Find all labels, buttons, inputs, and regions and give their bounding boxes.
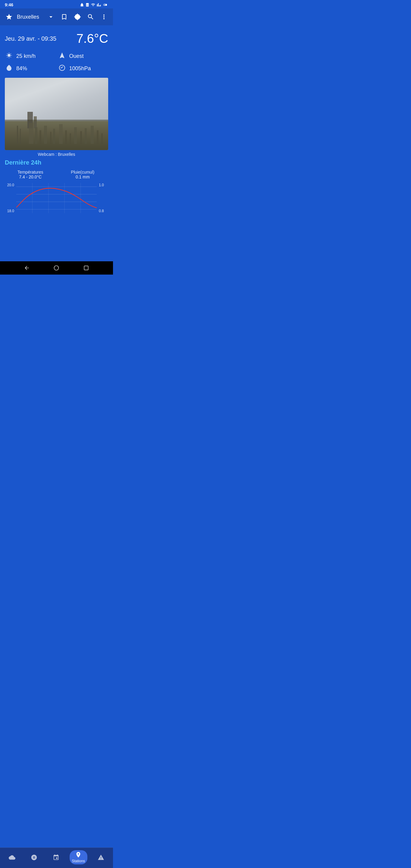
rain-label: Pluie(cumul)	[57, 170, 108, 175]
chart-left-mid: 18.0	[5, 209, 14, 213]
favorite-icon[interactable]	[4, 11, 14, 22]
pressure-stat: 1005hPa	[58, 64, 108, 73]
svg-rect-12	[59, 124, 63, 144]
sim-icon	[85, 3, 90, 7]
temp-value: 7.4 - 20.0°C	[5, 175, 56, 179]
svg-rect-10	[50, 132, 52, 144]
svg-rect-13	[65, 130, 67, 144]
svg-rect-18	[91, 126, 94, 144]
chart-area: 20.0 18.0	[5, 183, 108, 213]
chart-left-max: 20.0	[5, 183, 14, 187]
wind-speed-stat: 25 km/h	[5, 52, 56, 61]
rain-block: Pluie(cumul) 0.1 mm	[57, 170, 108, 179]
recents-button[interactable]	[83, 264, 90, 272]
status-icons	[80, 3, 108, 7]
weather-stats: 25 km/h Ouest 84%	[5, 52, 108, 73]
direction-icon	[58, 52, 66, 61]
svg-rect-11	[53, 129, 55, 144]
last24h-stats: Températures 7.4 - 20.0°C Pluie(cumul) 0…	[5, 170, 108, 179]
svg-rect-5	[20, 129, 21, 144]
humidity-icon	[5, 64, 13, 73]
notification-icon	[80, 3, 84, 7]
signal-icon	[97, 3, 101, 7]
date-temp-row: Jeu. 29 avr. - 09:35 7.6°C	[5, 31, 108, 46]
wind-direction-value: Ouest	[69, 53, 84, 59]
temperature-display: 7.6°C	[76, 31, 108, 46]
main-content: Jeu. 29 avr. - 09:35 7.6°C 25 km/h	[0, 25, 113, 213]
humidity-value: 84%	[16, 65, 27, 72]
back-button[interactable]	[23, 264, 30, 272]
dropdown-icon[interactable]	[45, 11, 56, 22]
location-icon[interactable]	[72, 11, 83, 22]
temperature-block: Températures 7.4 - 20.0°C	[5, 170, 56, 179]
wind-icon	[5, 53, 13, 60]
chart-svg	[16, 183, 97, 213]
chart-right-mid: 0.8	[99, 209, 108, 213]
chart-right-max: 1.0	[99, 183, 108, 187]
svg-rect-15	[74, 127, 77, 144]
search-icon[interactable]	[85, 11, 96, 22]
unfavorite-icon[interactable]	[59, 11, 70, 22]
last24h-title: Dernière 24h	[5, 159, 108, 166]
wind-speed-value: 25 km/h	[16, 53, 36, 59]
battery-icon	[102, 3, 108, 7]
svg-rect-7	[35, 127, 37, 144]
svg-rect-9	[44, 126, 47, 144]
status-time: 9:46	[5, 2, 13, 7]
webcam-label: Webcam : Bruxelles	[5, 152, 108, 157]
webcam-sky	[5, 78, 108, 125]
home-button[interactable]	[53, 264, 60, 272]
svg-rect-30	[84, 266, 88, 270]
city-name: Bruxelles	[17, 14, 43, 20]
svg-rect-1	[104, 4, 105, 5]
temp-label: Températures	[5, 170, 56, 175]
rain-value: 0.1 mm	[57, 175, 108, 179]
svg-rect-17	[85, 128, 87, 144]
svg-rect-8	[39, 130, 41, 144]
wifi-icon	[91, 3, 96, 7]
svg-point-29	[54, 266, 59, 270]
svg-rect-6	[29, 123, 33, 144]
last24h-section: Dernière 24h Températures 7.4 - 20.0°C P…	[5, 159, 108, 213]
pressure-value: 1005hPa	[69, 65, 91, 72]
pressure-icon	[58, 64, 66, 73]
webcam-city-detail	[5, 120, 108, 150]
humidity-stat: 84%	[5, 64, 56, 73]
top-bar: Bruxelles	[0, 8, 113, 25]
android-nav	[0, 261, 113, 275]
svg-rect-19	[97, 130, 98, 144]
chart-y-left: 20.0 18.0	[5, 183, 15, 213]
svg-rect-2	[106, 4, 106, 5]
svg-rect-14	[70, 133, 71, 144]
more-icon[interactable]	[98, 11, 109, 22]
chart-canvas	[16, 183, 97, 213]
webcam-image[interactable]	[5, 78, 108, 150]
wind-direction-stat: Ouest	[58, 52, 108, 61]
svg-rect-4	[17, 126, 18, 144]
date-display: Jeu. 29 avr. - 09:35	[5, 35, 56, 42]
svg-rect-16	[80, 131, 82, 144]
svg-rect-20	[101, 133, 103, 144]
status-bar: 9:46	[0, 0, 113, 8]
chart-y-right: 1.0 0.8	[98, 183, 108, 213]
